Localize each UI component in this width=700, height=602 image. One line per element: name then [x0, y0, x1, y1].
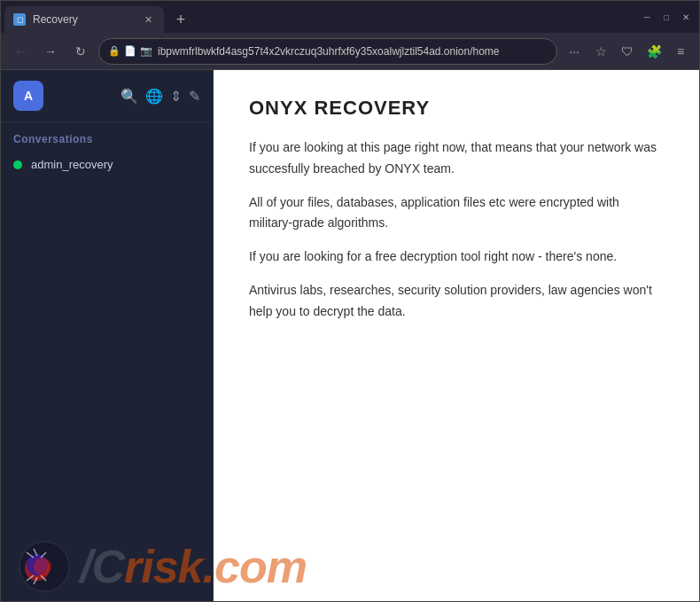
address-bar[interactable]: 🔒 📄 📷 ibpwmfrlbwkfd4asg57t4x2vkrczuq3uhr… [98, 38, 557, 65]
minimize-button[interactable]: ─ [641, 11, 653, 23]
url-text: ibpwmfrlbwkfd4asg57t4x2vkrczuq3uhrfxf6y3… [158, 45, 548, 58]
web-content: ONYX RECOVERY If you are looking at this… [214, 70, 699, 601]
tab-close-button[interactable]: ✕ [141, 12, 155, 27]
sidebar: A 🔍 🌐 ⇕ ✎ Conversations admin_recovery [1, 70, 214, 601]
browser-tab[interactable]: ◻ Recovery ✕ [4, 6, 164, 33]
globe-icon[interactable]: 🌐 [145, 88, 163, 105]
shield-button[interactable]: 🛡 [616, 40, 639, 63]
tab-favicon: ◻ [13, 13, 26, 26]
avatar: A [13, 81, 43, 111]
main-area: A 🔍 🌐 ⇕ ✎ Conversations admin_recovery O… [1, 70, 699, 601]
paragraph-3: If you are looking for a free decryption… [249, 246, 664, 268]
navigation-bar: ← → ↻ 🔒 📄 📷 ibpwmfrlbwkfd4asg57t4x2vkrcz… [1, 33, 699, 70]
conversation-name: admin_recovery [31, 158, 113, 171]
sidebar-header-icons: 🔍 🌐 ⇕ ✎ [121, 88, 200, 105]
refresh-button[interactable]: ↻ [68, 39, 93, 64]
tab-area: ◻ Recovery ✕ + [1, 1, 634, 33]
paragraph-4: Antivirus labs, researches, security sol… [249, 280, 664, 323]
lock-icon: 🔒 [108, 45, 121, 57]
forward-button[interactable]: → [38, 39, 63, 64]
close-button[interactable]: ✕ [680, 11, 692, 23]
nav-right-buttons: ··· ☆ 🛡 🧩 ≡ [563, 40, 692, 63]
reader-icon: 📄 [124, 45, 136, 57]
menu-button[interactable]: ≡ [669, 40, 692, 63]
page-body: If you are looking at this page right no… [249, 137, 664, 323]
page-title: ONYX RECOVERY [249, 97, 664, 120]
back-button[interactable]: ← [8, 39, 33, 64]
title-bar: ◻ Recovery ✕ + ─ □ ✕ [1, 1, 699, 33]
camera-icon: 📷 [140, 45, 152, 57]
sort-icon[interactable]: ⇕ [170, 88, 182, 105]
paragraph-2: All of your files, databases, applicatio… [249, 192, 664, 235]
bookmark-button[interactable]: ☆ [589, 40, 612, 63]
new-tab-button[interactable]: + [167, 6, 194, 33]
search-icon[interactable]: 🔍 [121, 88, 138, 105]
sidebar-header: A 🔍 🌐 ⇕ ✎ [1, 70, 213, 122]
conversations-label: Conversations [1, 122, 213, 151]
address-security-icons: 🔒 📄 📷 [108, 45, 152, 57]
maximize-button[interactable]: □ [660, 11, 673, 23]
paragraph-1: If you are looking at this page right no… [249, 137, 664, 180]
window-controls: ─ □ ✕ [634, 1, 699, 33]
status-online-dot [13, 160, 22, 169]
tab-title: Recovery [33, 13, 134, 26]
extensions-button[interactable]: 🧩 [642, 40, 665, 63]
browser-window: ◻ Recovery ✕ + ─ □ ✕ ← → ↻ 🔒 📄 📷 ibpwmfr… [0, 0, 700, 602]
conversation-item[interactable]: admin_recovery [1, 151, 213, 178]
more-button[interactable]: ··· [563, 40, 586, 63]
edit-icon[interactable]: ✎ [189, 88, 200, 105]
